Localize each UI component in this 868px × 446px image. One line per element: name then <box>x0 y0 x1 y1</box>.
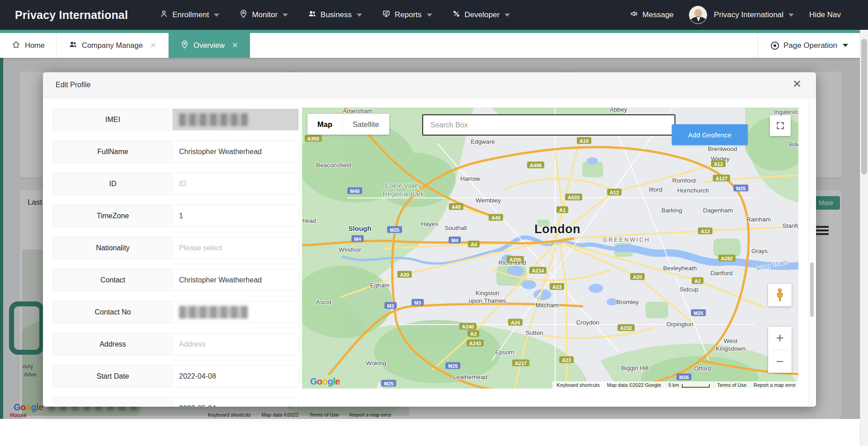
close-tab-icon[interactable]: ✕ <box>232 41 238 50</box>
field-input[interactable]: Please select <box>173 237 298 258</box>
page-scrollbar[interactable] <box>860 30 868 446</box>
nav-right: Message Privacy International Hide Nav <box>630 6 841 24</box>
zoom-in-button[interactable]: + <box>768 327 792 350</box>
nav-item-label: Enrollment <box>172 10 209 19</box>
map-pin-icon <box>180 40 189 51</box>
form-row-fullname: FullNameChristopher Weatherhead <box>53 141 299 163</box>
field-input[interactable]: Christopher Weatherhead <box>173 141 298 162</box>
redacted-value <box>179 113 248 126</box>
road-badge: M40 <box>347 188 362 194</box>
map-place-label: Hornchurch <box>677 187 709 195</box>
tab-overview[interactable]: Overview ✕ <box>169 30 250 58</box>
nav-item-business[interactable]: Business <box>308 9 362 20</box>
map-place-label: Barking <box>661 207 682 215</box>
close-icon[interactable]: ✕ <box>793 79 802 89</box>
field-input[interactable]: 2022-05-04▾ <box>173 398 298 407</box>
close-tab-icon[interactable]: ✕ <box>150 41 156 50</box>
map-place-label: Ilford <box>649 186 662 194</box>
road-badge: A503 <box>565 194 582 201</box>
map-place-label: Biggin Hill <box>621 365 648 372</box>
page-operation-label: Page Operation <box>783 41 837 50</box>
field-input[interactable] <box>173 301 298 323</box>
nav-item-label: Reports <box>395 10 422 19</box>
map-place-label: Mitcham <box>535 302 558 310</box>
zoom-out-button[interactable]: − <box>768 350 792 373</box>
speaker-icon <box>630 9 638 20</box>
road-badge: M25 <box>445 362 460 369</box>
search-input[interactable] <box>423 115 675 135</box>
edit-profile-modal: Edit Profile ✕ IMEIFullNameChristopher W… <box>43 72 816 407</box>
road-badge: A406 <box>527 162 544 169</box>
field-input[interactable]: Address <box>173 333 298 355</box>
tab-label: Overview <box>193 41 225 50</box>
nav-item-reports[interactable]: Reports <box>382 9 432 20</box>
page-scrollbar-thumb[interactable] <box>861 39 867 174</box>
road-badge: M25 <box>733 185 748 192</box>
field-input[interactable] <box>173 109 298 130</box>
report-error-link[interactable]: Report a map error <box>754 382 796 388</box>
map-type-map-button[interactable]: Map <box>307 114 342 135</box>
form-row-nationality: NationalityPlease select <box>53 237 299 259</box>
message-button[interactable]: Message <box>630 9 674 20</box>
people-icon <box>69 40 77 51</box>
field-label: IMEI <box>53 109 173 130</box>
map-place-label: Colne ValleyRegional Park <box>382 182 424 198</box>
page-operation-menu[interactable]: Page Operation <box>758 33 854 58</box>
message-label: Message <box>642 10 674 19</box>
road-badge: A282 <box>718 255 736 262</box>
fullscreen-button[interactable] <box>770 115 791 136</box>
modal-scrollbar-thumb[interactable] <box>810 263 814 317</box>
road-badge: A23 <box>559 357 574 363</box>
tab-company-manage[interactable]: Company Manage ✕ <box>57 33 169 58</box>
zoom-control: + − <box>768 327 792 373</box>
geofence-map[interactable]: AmershamAbbeyIngatestoEdgwareBrentwoodWa… <box>302 108 798 389</box>
hide-nav-button[interactable]: Hide Nav <box>809 10 841 19</box>
chevron-down-icon <box>843 44 848 47</box>
map-place-label: Romford <box>672 177 696 185</box>
nav-menu: Enrollment Monitor Business Reports Deve <box>160 9 510 20</box>
map-scale: 5 km <box>668 382 710 388</box>
home-icon <box>12 40 20 51</box>
road-badge: A4 <box>468 241 480 248</box>
chevron-down-icon <box>427 14 432 17</box>
map-place-label: Leatherhead <box>453 374 487 381</box>
nav-item-label: Business <box>321 10 352 19</box>
modal-scrollbar[interactable] <box>809 99 814 405</box>
road-badge: M3 <box>411 299 424 306</box>
field-input[interactable]: 2022-04-08 <box>173 366 298 387</box>
nav-item-enrollment[interactable]: Enrollment <box>160 9 219 20</box>
tools-icon <box>452 9 461 20</box>
road-badge: A1 <box>557 207 568 213</box>
add-geofence-button[interactable]: Add Geofence <box>672 124 748 145</box>
hide-nav-label: Hide Nav <box>809 10 841 19</box>
map-place-label: Egham <box>370 282 390 290</box>
nav-item-developer[interactable]: Developer <box>452 9 510 20</box>
redacted-value <box>179 306 248 319</box>
tab-home[interactable]: Home <box>0 33 57 58</box>
map-place-label: Kingstonupon Thames <box>469 290 506 305</box>
terms-link[interactable]: Terms of Use <box>717 382 746 388</box>
chevron-down-icon: ▾ <box>289 404 292 407</box>
road-badge: A214 <box>529 267 547 274</box>
people-icon <box>308 9 316 20</box>
field-input[interactable]: 1 <box>173 205 298 226</box>
road-badge: A232 <box>618 324 635 331</box>
keyboard-shortcuts-link[interactable]: Keyboard shortcuts <box>557 382 600 388</box>
map-place-label: Wembley <box>476 197 501 205</box>
road-badge: A12 <box>607 189 622 196</box>
map-place-label: Windsor <box>339 246 361 254</box>
map-type-control: Map Satellite <box>307 114 389 135</box>
pegman-icon[interactable] <box>768 284 792 306</box>
nav-item-monitor[interactable]: Monitor <box>239 9 288 20</box>
field-label: TimeZone <box>53 205 173 226</box>
field-input[interactable]: Christopher Weatherhead <box>173 269 298 291</box>
road-badge: M25 <box>387 226 402 233</box>
account-menu[interactable]: Privacy International <box>689 6 794 24</box>
road-badge: A205 <box>507 256 524 263</box>
field-input[interactable]: ID <box>173 173 298 194</box>
tab-label: Home <box>25 41 45 50</box>
map-type-satellite-button[interactable]: Satellite <box>342 114 389 135</box>
field-label: FullName <box>53 141 173 162</box>
person-icon <box>160 9 168 20</box>
map-place-label: Rainham <box>746 216 771 224</box>
